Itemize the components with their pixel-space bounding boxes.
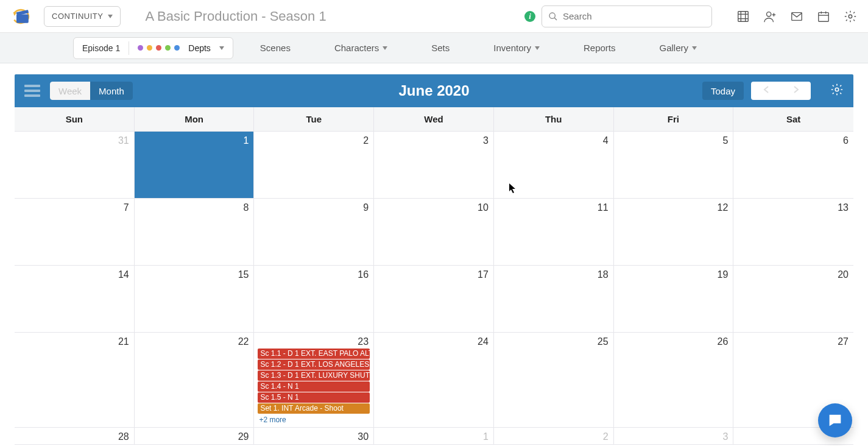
day-number: 30 — [358, 431, 369, 442]
calendar-nav-arrows — [751, 82, 811, 100]
calendar-cell[interactable]: 17 — [374, 266, 494, 333]
calendar-cell[interactable]: 30 — [254, 428, 374, 445]
calendar-cell[interactable]: 2 — [254, 132, 374, 199]
calendar-cell[interactable]: 31 — [15, 132, 135, 199]
calendar-event[interactable]: Sc 1.1 - D 1 EXT. EAST PALO ALTO — [258, 349, 370, 359]
calendar-cell[interactable]: 26 — [614, 333, 734, 428]
chat-bubble-icon[interactable] — [818, 403, 852, 437]
day-header: Thu — [494, 107, 614, 132]
hamburger-icon[interactable] — [24, 85, 40, 97]
calendar-cell[interactable]: 4 — [494, 132, 614, 199]
calendar-cell[interactable]: 19 — [614, 266, 734, 333]
calendar-cell[interactable]: 11 — [494, 199, 614, 266]
calendar-cell[interactable]: 7 — [15, 199, 135, 266]
calendar-cell[interactable]: 10 — [374, 199, 494, 266]
calendar-cell[interactable]: 21 — [15, 333, 135, 428]
calendar-cell[interactable]: 22 — [135, 333, 255, 428]
add-user-icon[interactable] — [763, 10, 777, 23]
day-number: 20 — [838, 269, 849, 280]
next-arrow-icon[interactable] — [792, 85, 800, 96]
subnav-item-characters[interactable]: Characters — [312, 43, 409, 53]
subnav-item-scenes[interactable]: Scenes — [238, 43, 312, 53]
calendar-event[interactable]: Sc 1.3 - D 1 EXT. LUXURY SHUTTL — [258, 370, 370, 381]
subnav-item-label: Scenes — [260, 43, 291, 53]
film-icon[interactable] — [736, 10, 750, 23]
subnav-item-label: Reports — [584, 43, 616, 53]
top-bar: CONTINUITY A Basic Production - Season 1… — [0, 0, 868, 33]
view-month-button[interactable]: Month — [90, 82, 133, 100]
calendar-cell[interactable]: 14 — [15, 266, 135, 333]
chevron-down-icon — [108, 15, 113, 18]
chevron-down-icon — [692, 46, 697, 50]
calendar-cell[interactable]: 25 — [494, 333, 614, 428]
svg-point-10 — [767, 12, 771, 16]
day-number: 13 — [838, 202, 849, 213]
chevron-down-icon — [535, 46, 540, 50]
calendar-cell[interactable]: 20 — [733, 266, 853, 333]
calendar-cell[interactable]: 1 — [374, 428, 494, 445]
prev-arrow-icon[interactable] — [763, 85, 770, 96]
day-number: 2 — [603, 431, 609, 442]
subnav-item-inventory[interactable]: Inventory — [471, 43, 562, 53]
svg-rect-5 — [738, 11, 749, 21]
subnav-item-label: Gallery — [660, 43, 689, 53]
calendar-cell[interactable]: 8 — [135, 199, 255, 266]
search-input[interactable] — [563, 11, 705, 21]
dept-dot — [165, 45, 171, 51]
day-number: 29 — [238, 431, 249, 442]
calendar-event[interactable]: Sc 1.4 - N 1 — [258, 381, 370, 392]
calendar-event[interactable]: Set 1. INT Arcade - Shoot — [258, 403, 370, 414]
calendar-event[interactable]: Sc 1.5 - N 1 — [258, 392, 370, 403]
day-number: 27 — [838, 336, 849, 347]
today-button[interactable]: Today — [702, 82, 744, 100]
day-number: 1 — [483, 431, 489, 442]
calendar-cell[interactable]: 23Sc 1.1 - D 1 EXT. EAST PALO ALTOSc 1.2… — [254, 333, 374, 428]
search-input-wrap[interactable] — [542, 5, 712, 27]
calendar-cell[interactable]: 3 — [614, 428, 734, 445]
view-week-button[interactable]: Week — [50, 82, 90, 100]
day-number: 10 — [478, 202, 489, 213]
calendar-cell[interactable]: 18 — [494, 266, 614, 333]
calendar-cell[interactable]: 24 — [374, 333, 494, 428]
calendar-cell[interactable]: 6 — [733, 132, 853, 199]
calendar-cell[interactable]: 1 — [135, 132, 255, 199]
calendar-icon[interactable] — [817, 10, 830, 23]
subnav-item-gallery[interactable]: Gallery — [638, 43, 719, 53]
svg-point-3 — [549, 13, 555, 18]
calendar-cell[interactable]: 28 — [15, 428, 135, 445]
day-number: 17 — [478, 269, 489, 280]
calendar-cell[interactable]: 29 — [135, 428, 255, 445]
subnav-item-reports[interactable]: Reports — [562, 43, 638, 53]
episode-selector[interactable]: Episode 1 Depts — [73, 37, 233, 59]
gear-icon[interactable] — [844, 10, 857, 23]
svg-point-19 — [835, 88, 839, 91]
more-events-link[interactable]: +2 more — [258, 416, 370, 424]
day-header: Tue — [254, 107, 374, 132]
mail-icon[interactable] — [790, 10, 803, 23]
calendar-cell[interactable]: 12 — [614, 199, 734, 266]
svg-rect-13 — [792, 12, 802, 20]
calendar-cell[interactable]: 15 — [135, 266, 255, 333]
calendar-event[interactable]: Sc 1.2 - D 1 EXT. LOS ANGELES — [258, 359, 370, 370]
calendar-cell[interactable]: 9 — [254, 199, 374, 266]
day-number: 5 — [722, 135, 728, 146]
app-logo[interactable] — [11, 5, 33, 27]
day-number: 2 — [363, 135, 369, 146]
dept-dot — [138, 45, 143, 51]
day-number: 23 — [358, 336, 369, 347]
day-number: 31 — [118, 135, 129, 146]
day-number: 15 — [238, 269, 249, 280]
calendar-cell[interactable]: 16 — [254, 266, 374, 333]
calendar-cell[interactable]: 2 — [494, 428, 614, 445]
calendar-cell[interactable]: 3 — [374, 132, 494, 199]
calendar-cell[interactable]: 13 — [733, 199, 853, 266]
info-icon[interactable]: i — [524, 11, 535, 22]
svg-rect-1 — [16, 14, 29, 23]
search-icon — [548, 12, 558, 21]
chevron-down-icon — [383, 46, 387, 50]
subnav-item-sets[interactable]: Sets — [409, 43, 471, 53]
calendar-cell[interactable]: 5 — [614, 132, 734, 199]
module-dropdown[interactable]: CONTINUITY — [44, 6, 121, 27]
day-number: 22 — [238, 336, 249, 347]
calendar-gear-icon[interactable] — [830, 83, 844, 99]
